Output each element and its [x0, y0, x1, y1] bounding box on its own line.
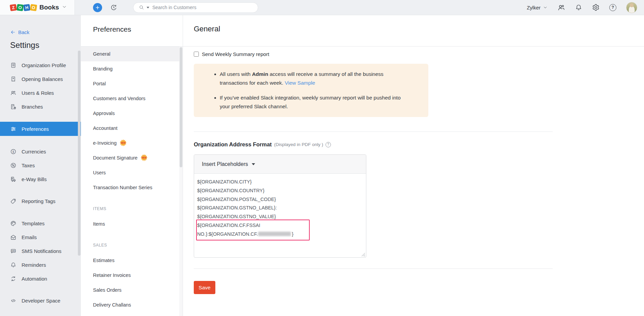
preferences-panel-title: Preferences: [93, 25, 183, 33]
weekly-summary-checkbox[interactable]: [194, 52, 199, 57]
notifications-button[interactable]: [575, 4, 582, 11]
chevron-down-icon: [543, 5, 548, 10]
sidebar-item-label: Preferences: [22, 126, 49, 132]
recent-history-button[interactable]: [110, 4, 117, 11]
sidebar-item-organization-profile[interactable]: Organization Profile: [0, 58, 81, 72]
help-tooltip-icon[interactable]: ?: [326, 142, 331, 147]
help-button[interactable]: ?: [609, 4, 616, 11]
pref-tab-users[interactable]: Users: [81, 165, 183, 180]
sidebar-item-reminders[interactable]: Reminders: [0, 258, 81, 272]
sidebar-item-label: e-Way Bills: [22, 176, 47, 182]
topbar: Z O H O Books Zylker: [0, 0, 644, 15]
pref-tab-label: Document Signature: [93, 155, 137, 161]
svg-text:NEW: NEW: [142, 156, 147, 159]
sidebar-item-label: Reporting Tags: [22, 198, 56, 204]
sidebar-item-users-roles[interactable]: Users & Roles: [0, 86, 81, 100]
users-admin-button[interactable]: [557, 4, 565, 11]
placeholder-line: ${ORGANIZATION.CITY}: [197, 178, 363, 186]
back-label: Back: [18, 29, 29, 35]
pref-tab-customers-vendors[interactable]: Customers and Vendors: [81, 91, 183, 106]
pref-tab-document-signature[interactable]: Document SignatureNEW: [81, 150, 183, 165]
pref-tab-delivery-challans[interactable]: Delivery Challans: [81, 297, 183, 312]
section-divider: [194, 268, 553, 269]
sidebar-scrollbar[interactable]: [78, 51, 81, 256]
placeholder-line: ${ORGANIZATION.GSTNO_VALUE}: [197, 212, 363, 221]
history-icon: [110, 4, 117, 11]
info-bullet-1: All users with Admin access will receive…: [220, 70, 422, 87]
sidebar-item-label: Branches: [22, 104, 43, 110]
settings-button[interactable]: [592, 4, 600, 11]
dollar-circle-icon: $: [10, 148, 17, 155]
pref-tab-general[interactable]: General: [81, 47, 183, 61]
search-scope-caret-icon[interactable]: [147, 7, 149, 8]
org-name: Zylker: [527, 5, 541, 10]
sidebar-item-sms-notifications[interactable]: SMS SMS Notifications: [0, 244, 81, 258]
section-label-items: ITEMS: [81, 206, 183, 211]
pref-tab-e-invoicing[interactable]: e-InvoicingNEW: [81, 136, 183, 150]
pref-tab-portal[interactable]: Portal: [81, 76, 183, 91]
view-sample-link[interactable]: View Sample: [285, 80, 315, 86]
sidebar-item-label: Automation: [22, 276, 47, 282]
code-icon: [10, 297, 17, 304]
sidebar-item-templates[interactable]: Templates: [0, 217, 81, 230]
sidebar-item-reporting-tags[interactable]: Reporting Tags: [0, 194, 81, 208]
org-switcher[interactable]: Zylker: [527, 5, 548, 10]
pref-tab-branding[interactable]: Branding: [81, 61, 183, 76]
sidebar-item-automation[interactable]: Automation: [0, 272, 81, 286]
percent-circle-icon: [10, 162, 17, 169]
sidebar-item-label: Users & Roles: [22, 90, 54, 96]
pref-tab-retainer-invoices[interactable]: Retainer Invoices: [81, 268, 183, 283]
sidebar-item-label: Taxes: [22, 163, 35, 168]
placeholder-line-highlighted: NO.}:${ORGANIZATION.CF.}: [197, 230, 363, 239]
address-format-textarea[interactable]: ${ORGANIZATION.CITY} ${ORGANIZATION.COUN…: [194, 174, 366, 257]
insert-placeholders-dropdown[interactable]: Insert Placeholders: [194, 155, 366, 174]
sidebar-item-label: Organization Profile: [22, 62, 66, 68]
back-arrow-icon: [10, 29, 16, 35]
sidebar-item-developer-space[interactable]: Developer Space: [0, 294, 81, 308]
pref-tab-estimates[interactable]: Estimates: [81, 253, 183, 268]
panel-scrollbar[interactable]: [180, 47, 182, 167]
pref-tab-transaction-number-series[interactable]: Transaction Number Series: [81, 180, 183, 195]
save-button[interactable]: Save: [194, 281, 215, 294]
section-divider: [194, 132, 553, 132]
sidebar-item-label: Reminders: [22, 262, 46, 268]
weekly-summary-label: Send Weekly Summary report: [202, 51, 269, 57]
pref-tab-accountant[interactable]: Accountant: [81, 121, 183, 136]
sidebar-item-label: Opening Balances: [22, 76, 63, 82]
eway-bill-icon: [10, 176, 17, 182]
settings-sidebar: Back Settings Organization Profile Openi…: [0, 15, 81, 316]
sidebar-item-label: Currencies: [22, 149, 46, 154]
placeholder-line: ${ORGANIZATION.COUNTRY}: [197, 186, 363, 195]
placeholder-line-highlighted: ${ORGANIZATION.CF.FSSAI: [197, 221, 363, 230]
pref-tab-approvals[interactable]: Approvals: [81, 106, 183, 121]
sidebar-item-emails[interactable]: Emails: [0, 230, 81, 244]
info-bullet-2: If you’ve enabled Slack integration, wee…: [220, 93, 422, 111]
sidebar-item-label: SMS Notifications: [22, 248, 61, 254]
sidebar-item-taxes[interactable]: Taxes: [0, 159, 81, 172]
sidebar-item-label: Emails: [22, 234, 37, 240]
sidebar-item-opening-balances[interactable]: Opening Balances: [0, 72, 81, 86]
search-icon: [139, 5, 144, 10]
palette-icon: [10, 220, 17, 227]
gear-icon: [592, 4, 600, 11]
dropdown-caret-icon: [252, 163, 255, 165]
sidebar-item-preferences[interactable]: Preferences: [0, 122, 81, 136]
sidebar-item-eway-bills[interactable]: e-Way Bills: [0, 172, 81, 186]
pref-tab-items[interactable]: Items: [81, 217, 183, 231]
settings-title: Settings: [10, 40, 81, 50]
receipt-icon: [10, 76, 17, 82]
sidebar-item-branches[interactable]: Branches: [0, 100, 81, 114]
resize-handle[interactable]: [361, 253, 365, 256]
logo-tile-h: H: [23, 4, 30, 11]
quick-create-button[interactable]: [93, 3, 102, 12]
app-logo[interactable]: Z O H O Books: [0, 0, 75, 15]
pref-tab-sales-orders[interactable]: Sales Orders: [81, 283, 183, 297]
logo-tile-o1: O: [17, 4, 24, 11]
new-badge: NEW: [140, 152, 148, 167]
sliders-icon: [10, 126, 17, 132]
search-input[interactable]: [152, 4, 254, 10]
logo-tile-o2: O: [30, 4, 37, 11]
back-link[interactable]: Back: [10, 29, 81, 35]
user-avatar[interactable]: [626, 2, 637, 13]
sidebar-item-currencies[interactable]: $ Currencies: [0, 145, 81, 159]
